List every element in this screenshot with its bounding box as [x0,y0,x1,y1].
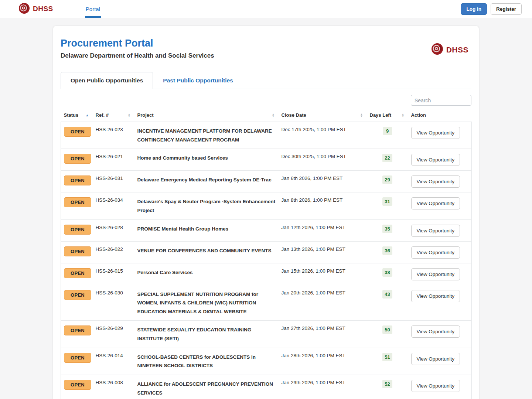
card-brand: DHSS [431,38,471,57]
tab-open-public-opportunities[interactable]: Open Public Opportunities [61,72,153,89]
close-date-cell: Jan 20th 2026, 1:00 PM EST [279,285,367,321]
status-cell: OPEN [61,348,93,375]
tab-past-public-opportunities[interactable]: Past Public Opportunities [153,72,243,89]
login-button[interactable]: Log In [461,3,487,15]
project-cell: ALLIANCE for ADOLESCENT PREGNANCY PREVEN… [134,375,279,399]
status-badge: OPEN [64,197,91,207]
view-opportunity-button[interactable]: View Opportunity [411,290,460,302]
action-cell: View Opportunity [408,149,472,171]
view-opportunity-button[interactable]: View Opportunity [411,246,460,259]
days-left-cell: 36 [367,241,408,263]
status-cell: OPEN [61,122,93,149]
action-cell: View Opportunity [408,263,472,285]
project-cell: SCHOOL-BASED CENTERS for ADOLESCENTS in … [134,348,279,375]
action-cell: View Opportunity [408,171,472,192]
action-cell: View Opportunity [408,348,472,375]
column-header-label: Status [64,112,79,118]
column-header-label: Ref. # [96,112,109,118]
column-header-ref[interactable]: Ref. # ▲▼ [93,109,134,122]
table-row: OPEN HSS-26-023 INCENTIVE MANAGEMENT PLA… [61,122,472,149]
days-left-badge: 43 [382,290,392,299]
column-header-project[interactable]: Project ▲▼ [134,109,279,122]
view-opportunity-button[interactable]: View Opportunity [411,325,460,338]
close-date-cell: Jan 8th 2026, 1:00 PM EST [279,192,367,219]
view-opportunity-button[interactable]: View Opportunity [411,353,460,365]
view-opportunity-button[interactable]: View Opportunity [411,127,460,139]
days-left-badge: 35 [382,225,392,233]
ref-cell: HSS-26-021 [93,149,134,171]
column-header-label: Project [137,112,154,118]
sort-icon[interactable]: ▲▼ [402,113,405,117]
close-date-cell: Jan 28th 2026, 1:00 PM EST [279,348,367,375]
column-header-status[interactable]: Status ▲ [61,109,93,122]
status-cell: OPEN [61,219,93,241]
sort-ascending-icon[interactable]: ▲ [86,113,89,117]
action-cell: View Opportunity [408,122,472,149]
close-date-cell: Dec 17th 2025, 1:00 PM EST [279,122,367,149]
status-badge: OPEN [64,290,91,300]
sort-icon[interactable]: ▲▼ [360,113,363,117]
table-header-row: Status ▲ Ref. # ▲▼ Project ▲▼ [61,109,472,122]
project-cell: PROMISE Mental Health Group Homes [134,219,279,241]
sort-icon[interactable]: ▲▼ [128,113,131,117]
days-left-cell: 43 [367,285,408,321]
project-cell: INCENTIVE MANAGEMENT PLATFORM FOR DELAWA… [134,122,279,149]
column-header-days-left[interactable]: Days Left ▲▼ [367,109,408,122]
days-left-cell: 38 [367,263,408,285]
opportunities-table: Status ▲ Ref. # ▲▼ Project ▲▼ [61,109,472,399]
view-opportunity-button[interactable]: View Opportunity [411,268,460,280]
project-cell: STATEWIDE SEXUALITY EDUCATION TRAINING I… [134,321,279,348]
table-row: OPEN HSS-26-034 Delaware's Spay & Neuter… [61,192,472,219]
project-cell: Home and Community based Services [134,149,279,171]
status-badge: OPEN [64,353,91,363]
ref-cell: HSS-26-008 [93,375,134,399]
status-cell: OPEN [61,192,93,219]
ref-cell: HSS-26-022 [93,241,134,263]
days-left-badge: 52 [382,380,392,388]
days-left-cell: 50 [367,321,408,348]
navbar-actions: Log In Register [461,0,522,18]
status-cell: OPEN [61,285,93,321]
card-header: Procurement Portal Delaware Department o… [61,34,471,72]
status-badge: OPEN [64,325,91,335]
search-input[interactable] [411,95,471,106]
ref-cell: HSS-26-029 [93,321,134,348]
status-badge: OPEN [64,380,91,390]
view-opportunity-button[interactable]: View Opportunity [411,197,460,209]
status-badge: OPEN [64,225,91,235]
project-cell: Delaware's Spay & Neuter Program -System… [134,192,279,219]
table-row: OPEN HSS-26-022 VENUE FOR CONFERENCES AN… [61,241,472,263]
view-opportunity-button[interactable]: View Opportunity [411,175,460,188]
sort-icon[interactable]: ▲▼ [272,113,275,117]
days-left-badge: 38 [382,268,392,277]
opportunity-tabs: Open Public Opportunities Past Public Op… [61,72,471,89]
close-date-cell: Dec 30th 2025, 1:00 PM EST [279,149,367,171]
nav-link-portal[interactable]: Portal [85,0,101,18]
ref-cell: HSS-26-034 [93,192,134,219]
view-opportunity-button[interactable]: View Opportunity [411,225,460,237]
ref-cell: HSS-26-028 [93,219,134,241]
page-title: Procurement Portal [61,38,214,49]
status-badge: OPEN [64,175,91,185]
column-header-close-date[interactable]: Close Date ▲▼ [279,109,367,122]
close-date-cell: Jan 13th 2026, 1:00 PM EST [279,241,367,263]
days-left-badge: 36 [382,246,392,255]
action-cell: View Opportunity [408,192,472,219]
ref-cell: HSS-26-015 [93,263,134,285]
close-date-cell: Jan 6th 2026, 1:00 PM EST [279,171,367,192]
register-button[interactable]: Register [491,3,522,15]
days-left-cell: 9 [367,122,408,149]
status-cell: OPEN [61,149,93,171]
view-opportunity-button[interactable]: View Opportunity [411,154,460,166]
days-left-badge: 31 [382,197,392,206]
table-row: OPEN HSS-26-030 SPECIAL SUPPLEMENT NUTRI… [61,285,472,321]
close-date-cell: Jan 27th 2026, 1:00 PM EST [279,321,367,348]
navbar-links: Portal [79,0,107,18]
view-opportunity-button[interactable]: View Opportunity [411,380,460,392]
column-header-label: Action [411,112,426,118]
days-left-cell: 51 [367,348,408,375]
status-badge: OPEN [64,268,91,278]
status-cell: OPEN [61,321,93,348]
navbar-brand[interactable]: DHSS [18,0,53,18]
procurement-portal-card: Procurement Portal Delaware Department o… [53,26,479,399]
